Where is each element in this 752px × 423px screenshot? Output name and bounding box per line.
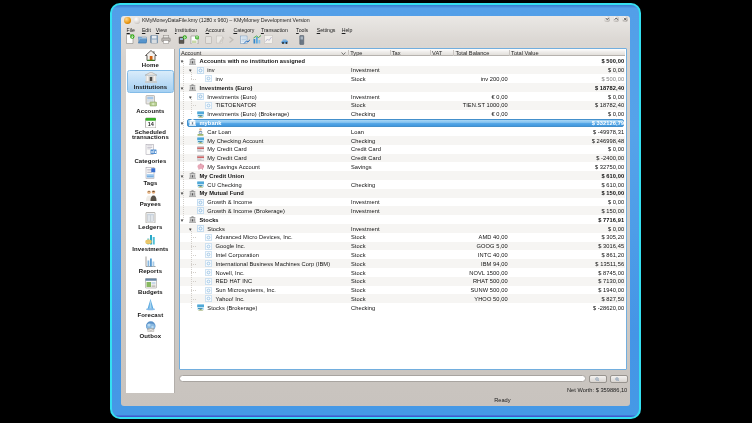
svg-text:14: 14 — [147, 121, 154, 127]
